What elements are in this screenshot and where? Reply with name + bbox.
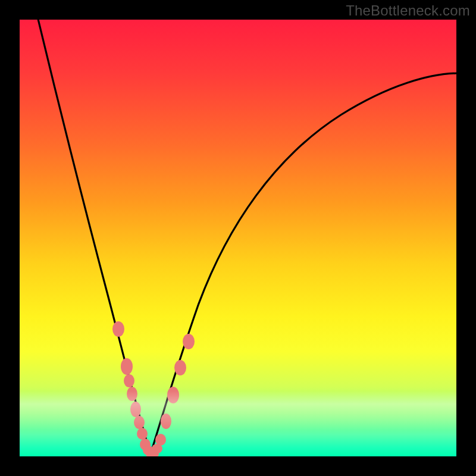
scatter-dot (174, 360, 186, 375)
scatter-dot (137, 428, 148, 440)
scatter-dot (121, 358, 133, 375)
scatter-dot (134, 416, 145, 429)
plot-area (20, 20, 456, 456)
scatter-dot (124, 374, 134, 387)
watermark-text: TheBottleneck.com (346, 2, 470, 19)
scatter-dot (112, 321, 124, 337)
scatter-dot (127, 387, 137, 401)
chart-svg (20, 20, 456, 456)
scatter-dot (161, 414, 171, 429)
scatter-group (112, 321, 195, 456)
curve-right-branch (151, 73, 456, 454)
scatter-dot (167, 387, 179, 403)
chart-frame: TheBottleneck.com (0, 0, 476, 476)
scatter-dot (130, 402, 141, 417)
scatter-dot (183, 334, 195, 349)
scatter-dot (155, 434, 166, 446)
